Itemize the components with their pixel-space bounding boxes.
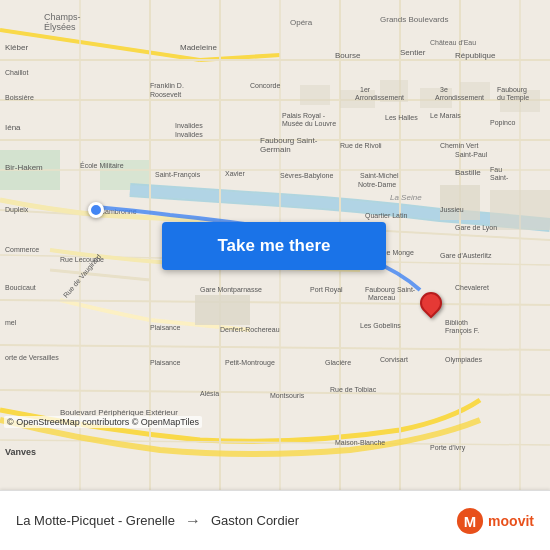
svg-text:Arrondissement: Arrondissement	[355, 94, 404, 101]
svg-text:Kléber: Kléber	[5, 43, 28, 52]
svg-text:3e: 3e	[440, 86, 448, 93]
origin-label: La Motte-Picquet - Grenelle	[16, 513, 175, 528]
svg-text:Faubourg Saint-: Faubourg Saint-	[365, 286, 416, 294]
svg-text:Montsouris: Montsouris	[270, 392, 305, 399]
svg-text:Élysées: Élysées	[44, 22, 76, 32]
moovit-icon: M	[456, 507, 484, 535]
svg-text:Les Halles: Les Halles	[385, 114, 418, 121]
svg-text:Invalides: Invalides	[175, 131, 203, 138]
moovit-logo: M moovit	[456, 507, 534, 535]
svg-text:Chaillot: Chaillot	[5, 69, 28, 76]
svg-text:Palais Royal -: Palais Royal -	[282, 112, 326, 120]
svg-text:du Temple: du Temple	[497, 94, 529, 102]
map-container: Champs- Élysées Opéra Grands Boulevards …	[0, 0, 550, 490]
take-me-there-label: Take me there	[217, 236, 330, 256]
svg-rect-23	[195, 295, 250, 325]
svg-text:Vanves: Vanves	[5, 447, 36, 457]
svg-text:Saint-Paul: Saint-Paul	[455, 151, 488, 158]
svg-text:Grands Boulevards: Grands Boulevards	[380, 15, 448, 24]
svg-text:orte de Versailles: orte de Versailles	[5, 354, 59, 361]
svg-text:Roosevelt: Roosevelt	[150, 91, 181, 98]
svg-text:Alésia: Alésia	[200, 390, 219, 397]
svg-text:République: République	[455, 51, 496, 60]
destination-label: Gaston Cordier	[211, 513, 299, 528]
svg-text:Rue de Tolbiac: Rue de Tolbiac	[330, 386, 377, 393]
svg-text:Port Royal: Port Royal	[310, 286, 343, 294]
svg-text:Commerce: Commerce	[5, 246, 39, 253]
moovit-text: moovit	[488, 513, 534, 529]
svg-rect-25	[490, 190, 550, 230]
svg-text:Quartier Latin: Quartier Latin	[365, 212, 408, 220]
svg-text:Chevaleret: Chevaleret	[455, 284, 489, 291]
svg-text:Glacière: Glacière	[325, 359, 351, 366]
svg-text:Gare d'Austerlitz: Gare d'Austerlitz	[440, 252, 492, 259]
svg-text:Madeleine: Madeleine	[180, 43, 217, 52]
svg-text:Jussieu: Jussieu	[440, 206, 464, 213]
svg-text:Iéna: Iéna	[5, 123, 21, 132]
svg-text:Château d'Eau: Château d'Eau	[430, 39, 476, 46]
svg-text:Chemin Vert: Chemin Vert	[440, 142, 479, 149]
svg-text:Concorde: Concorde	[250, 82, 280, 89]
svg-text:Saint-François: Saint-François	[155, 171, 201, 179]
svg-text:Saint-: Saint-	[490, 174, 509, 181]
svg-text:Opéra: Opéra	[290, 18, 313, 27]
svg-text:1er: 1er	[360, 86, 371, 93]
svg-text:Musée du Louvre: Musée du Louvre	[282, 120, 336, 127]
svg-text:Le Marais: Le Marais	[430, 112, 461, 119]
map-attribution: © OpenStreetMap contributors © OpenMapTi…	[4, 416, 202, 428]
svg-text:Les Gobelins: Les Gobelins	[360, 322, 401, 329]
destination-marker	[420, 292, 444, 322]
svg-text:Corvisart: Corvisart	[380, 356, 408, 363]
svg-rect-24	[440, 185, 480, 220]
svg-text:École Militaire: École Militaire	[80, 161, 124, 169]
svg-text:mel: mel	[5, 319, 17, 326]
svg-text:Sentier: Sentier	[400, 48, 426, 57]
svg-text:Dupleix: Dupleix	[5, 206, 29, 214]
svg-text:Bourse: Bourse	[335, 51, 361, 60]
svg-text:Bastille: Bastille	[455, 168, 481, 177]
route-info: La Motte-Picquet - Grenelle → Gaston Cor…	[16, 512, 456, 530]
take-me-there-button[interactable]: Take me there	[162, 222, 386, 270]
svg-rect-26	[300, 85, 330, 105]
svg-text:Rue de Rivoli: Rue de Rivoli	[340, 142, 382, 149]
svg-text:Maison-Blanche: Maison-Blanche	[335, 439, 385, 446]
svg-text:Xavier: Xavier	[225, 170, 246, 177]
svg-text:Faubourg: Faubourg	[497, 86, 527, 94]
svg-text:Arrondissement: Arrondissement	[435, 94, 484, 101]
svg-text:Sèvres-Babylone: Sèvres-Babylone	[280, 172, 333, 180]
destination-pin	[415, 287, 446, 318]
svg-text:Plaisance: Plaisance	[150, 359, 180, 366]
svg-text:Faubourg Saint-: Faubourg Saint-	[260, 136, 318, 145]
svg-text:Marceau: Marceau	[368, 294, 395, 301]
svg-text:Olympiades: Olympiades	[445, 356, 482, 364]
svg-text:Plaisance: Plaisance	[150, 324, 180, 331]
svg-text:M: M	[464, 512, 476, 529]
svg-text:Germain: Germain	[260, 145, 291, 154]
svg-text:Porte d'Ivry: Porte d'Ivry	[430, 444, 466, 452]
svg-text:François F.: François F.	[445, 327, 479, 335]
svg-text:Invalides: Invalides	[175, 122, 203, 129]
svg-text:La Seine: La Seine	[390, 193, 422, 202]
svg-text:Fau: Fau	[490, 166, 502, 173]
svg-text:Boissière: Boissière	[5, 94, 34, 101]
svg-text:Notre-Dame: Notre-Dame	[358, 181, 396, 188]
svg-text:Gare de Lyon: Gare de Lyon	[455, 224, 497, 232]
svg-text:Champs-: Champs-	[44, 12, 81, 22]
arrow-icon: →	[185, 512, 201, 530]
svg-text:Biblioth: Biblioth	[445, 319, 468, 326]
svg-text:Franklin D.: Franklin D.	[150, 82, 184, 89]
origin-marker	[88, 202, 104, 218]
svg-text:Saint-Michel: Saint-Michel	[360, 172, 399, 179]
svg-text:Petit-Montrouge: Petit-Montrouge	[225, 359, 275, 367]
svg-text:Popinco: Popinco	[490, 119, 515, 127]
svg-text:Bir-Hakem: Bir-Hakem	[5, 163, 43, 172]
svg-text:Gare Montparnasse: Gare Montparnasse	[200, 286, 262, 294]
svg-text:Denfert-Rochereau: Denfert-Rochereau	[220, 326, 280, 333]
svg-text:Boucicaut: Boucicaut	[5, 284, 36, 291]
bottom-bar: La Motte-Picquet - Grenelle → Gaston Cor…	[0, 490, 550, 550]
